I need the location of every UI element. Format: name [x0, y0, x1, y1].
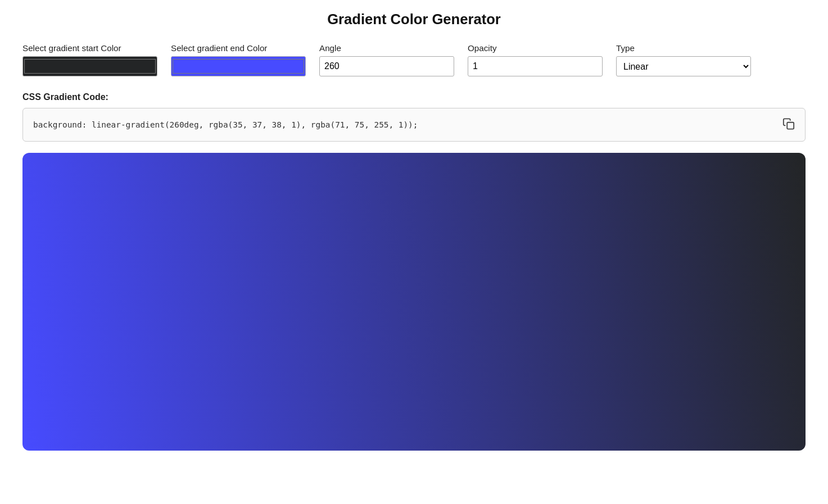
opacity-label: Opacity [468, 43, 603, 53]
gradient-preview [22, 153, 806, 451]
css-code-box: background: linear-gradient(260deg, rgba… [22, 108, 806, 142]
end-color-group: Select gradient end Color [171, 43, 306, 76]
page-title: Gradient Color Generator [22, 11, 806, 28]
angle-label: Angle [319, 43, 454, 53]
opacity-group: Opacity [468, 43, 603, 76]
angle-group: Angle [319, 43, 454, 76]
type-label: Type [616, 43, 751, 53]
svg-rect-0 [787, 122, 794, 129]
type-group: Type Linear Radial Conic [616, 43, 751, 76]
type-select[interactable]: Linear Radial Conic [616, 56, 751, 76]
opacity-input[interactable] [468, 56, 603, 76]
end-color-input[interactable] [171, 56, 306, 76]
copy-button[interactable] [780, 116, 797, 134]
start-color-input[interactable] [22, 56, 157, 76]
end-color-label: Select gradient end Color [171, 43, 306, 53]
angle-input[interactable] [319, 56, 454, 76]
css-code-section: CSS Gradient Code: background: linear-gr… [22, 92, 806, 142]
copy-icon [782, 118, 795, 130]
css-code-text: background: linear-gradient(260deg, rgba… [33, 120, 418, 129]
start-color-group: Select gradient start Color [22, 43, 157, 76]
start-color-label: Select gradient start Color [22, 43, 157, 53]
css-code-label: CSS Gradient Code: [22, 92, 806, 102]
controls-row: Select gradient start Color Select gradi… [22, 43, 806, 76]
